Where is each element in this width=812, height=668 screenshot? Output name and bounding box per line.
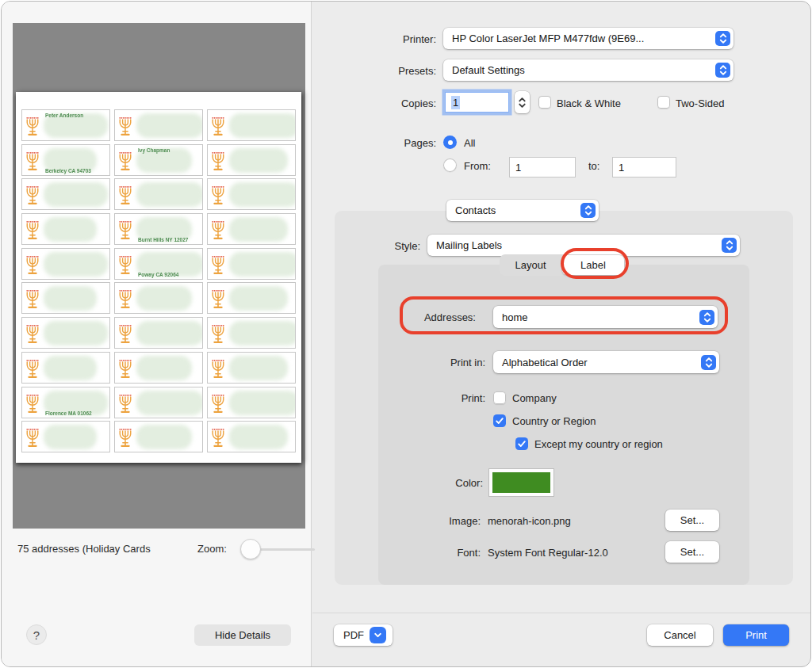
address-label (21, 213, 110, 245)
two-sided-checkbox[interactable] (657, 96, 670, 109)
redacted-address-blob (229, 148, 288, 173)
image-filename: menorah-icon.png (488, 515, 571, 527)
updown-chevrons-icon (580, 203, 596, 218)
pdf-button[interactable]: PDF (334, 624, 393, 646)
pages-range-radio[interactable] (443, 158, 457, 172)
app-section-popup[interactable]: Contacts (446, 200, 599, 221)
address-label: Ivy Chapman (114, 144, 203, 176)
green-color-swatch (492, 472, 550, 493)
redacted-address-blob (44, 286, 97, 311)
menorah-icon (118, 254, 132, 276)
help-button[interactable]: ? (26, 624, 47, 645)
copies-label: Copies: (335, 97, 436, 109)
print-dialog-window: Peter AndersonBerkeley CA 94703Ivy Chapm… (1, 1, 811, 667)
preview-page: Peter AndersonBerkeley CA 94703Ivy Chapm… (16, 92, 301, 463)
except-country-checkbox[interactable] (515, 437, 528, 450)
printer-popup-value: HP Color LaserJet MFP M477fdw (9E69... (452, 32, 644, 44)
redacted-address-blob (229, 182, 296, 207)
copies-field[interactable]: 1 (445, 92, 509, 113)
font-value: System Font Regular-12.0 (488, 547, 608, 559)
font-set-button[interactable]: Set... (665, 541, 719, 563)
redacted-address-blob (229, 113, 296, 138)
address-label (21, 421, 110, 452)
redacted-address-blob (44, 182, 108, 207)
address-label: Berkeley CA 94703 (21, 144, 110, 176)
address-label (207, 178, 296, 210)
menorah-icon (211, 323, 225, 345)
cancel-button[interactable]: Cancel (647, 624, 713, 646)
black-white-checkbox[interactable] (538, 96, 551, 109)
tab-layout[interactable]: Layout (500, 254, 561, 276)
address-label (21, 282, 110, 314)
style-popup[interactable]: Mailing Labels (427, 235, 740, 256)
address-count-text: 75 addresses (Holiday Cards (17, 543, 151, 555)
redacted-address-blob (44, 425, 97, 449)
style-label: Style: (335, 240, 420, 252)
image-set-button[interactable]: Set... (665, 510, 719, 531)
redacted-address-blob (229, 425, 288, 449)
redacted-address-blob (136, 321, 203, 345)
address-name-text: Peter Anderson (45, 113, 83, 118)
menorah-icon (25, 358, 40, 380)
address-label (207, 248, 296, 280)
presets-label: Presets: (335, 65, 436, 77)
chevron-down-icon[interactable] (370, 627, 386, 643)
pages-all-radio[interactable] (443, 136, 457, 149)
copies-stepper[interactable] (515, 91, 530, 113)
menorah-icon (25, 151, 40, 172)
pages-from-label: From: (464, 160, 491, 172)
print-in-popup[interactable]: Alphabetical Order (493, 351, 719, 373)
menorah-icon (118, 358, 132, 380)
address-label (21, 178, 110, 210)
address-label: Peter Anderson (21, 109, 110, 141)
country-checkbox[interactable] (493, 414, 506, 427)
question-mark-icon: ? (33, 628, 40, 642)
addresses-popup[interactable]: home (493, 306, 718, 328)
country-label: Country or Region (512, 415, 596, 427)
address-label (114, 109, 203, 141)
address-label (207, 387, 296, 418)
menorah-icon (25, 393, 40, 414)
hide-details-button[interactable]: Hide Details (194, 624, 291, 646)
printer-popup[interactable]: HP Color LaserJet MFP M477fdw (9E69... (443, 28, 733, 49)
black-white-label: Black & White (557, 97, 621, 109)
style-popup-value: Mailing Labels (436, 239, 502, 251)
menorah-icon (25, 185, 40, 206)
updown-chevrons-icon (715, 31, 730, 46)
zoom-slider-knob[interactable] (240, 539, 261, 559)
redacted-address-blob (229, 321, 296, 345)
menorah-icon (25, 323, 40, 345)
redacted-address-blob (229, 252, 296, 277)
address-label (207, 213, 296, 245)
font-label: Font: (398, 547, 481, 559)
tab-label[interactable]: Label (562, 255, 624, 275)
address-label (114, 387, 203, 418)
company-checkbox[interactable] (493, 391, 506, 404)
address-label (114, 282, 203, 314)
redacted-address-blob (136, 286, 192, 311)
pages-all-label: All (464, 137, 475, 149)
redacted-address-blob (44, 252, 108, 277)
redacted-address-blob (229, 217, 288, 242)
address-label (207, 421, 296, 452)
presets-popup[interactable]: Default Settings (443, 59, 733, 81)
menorah-icon (211, 427, 225, 449)
pages-from-field[interactable]: 1 (509, 157, 576, 177)
address-label (207, 144, 296, 176)
color-well[interactable] (488, 468, 554, 497)
pages-to-field[interactable]: 1 (612, 157, 676, 177)
pages-to-label: to: (588, 160, 599, 172)
preview-pane: Peter AndersonBerkeley CA 94703Ivy Chapm… (2, 2, 312, 667)
menorah-icon (118, 393, 132, 414)
updown-chevrons-icon (722, 238, 737, 253)
address-label (114, 317, 203, 349)
menorah-icon (118, 116, 132, 137)
menorah-icon (118, 427, 132, 449)
print-button[interactable]: Print (723, 624, 789, 646)
address-label: Burnt Hills NY 12027 (114, 213, 203, 245)
address-label (207, 352, 296, 384)
redacted-address-blob (44, 321, 108, 345)
redacted-address-blob (229, 356, 288, 380)
footer-divider (312, 613, 811, 613)
redacted-address-blob (229, 391, 296, 415)
